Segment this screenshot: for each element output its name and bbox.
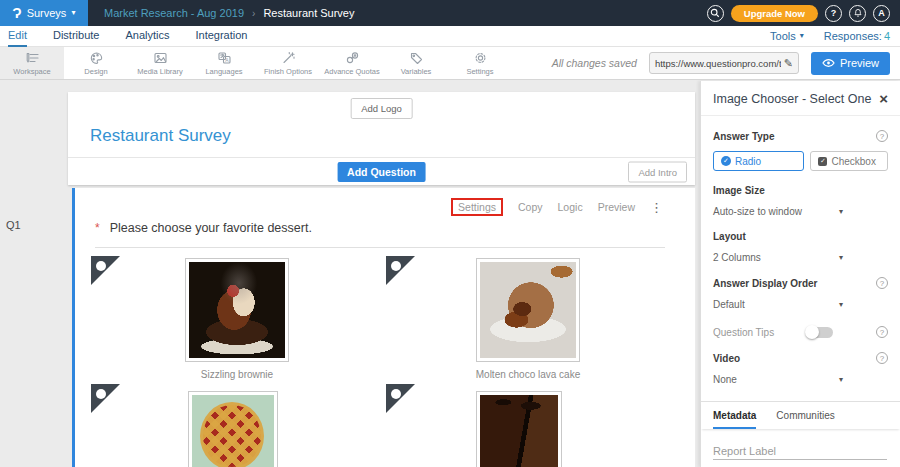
question-settings-action[interactable]: Settings [451, 198, 503, 216]
breadcrumb-current: Restaurant Survey [263, 7, 354, 19]
media-library-icon [153, 51, 168, 65]
radio-selected-icon: ✓ [721, 156, 731, 166]
chevron-down-icon: ▾ [839, 376, 843, 384]
languages-icon: A [217, 51, 232, 65]
survey-url-field[interactable]: ✎ [649, 52, 799, 74]
tab-communities[interactable]: Communities [776, 402, 834, 429]
breadcrumb-folder[interactable]: Market Research - Aug 2019 [104, 7, 244, 19]
account-avatar[interactable]: A [873, 5, 890, 22]
video-select[interactable]: None ▾ [713, 374, 843, 385]
edit-url-pencil-icon[interactable]: ✎ [784, 57, 793, 70]
option-marker-icon[interactable] [386, 256, 415, 285]
svg-text:A: A [225, 56, 229, 62]
product-menu-label: Surveys [27, 7, 67, 19]
tools-menu[interactable]: Tools▾ [770, 30, 804, 42]
option-marker-icon[interactable] [386, 384, 415, 413]
tab-integration[interactable]: Integration [195, 26, 247, 47]
chocolate-cake-photo [480, 395, 558, 467]
question-text-row[interactable]: * Please choose your favorite dessert. [95, 221, 665, 248]
question-preview-action[interactable]: Preview [598, 201, 635, 213]
eye-icon [822, 58, 835, 68]
answer-type-radio-button[interactable]: ✓ Radio [713, 151, 804, 171]
tool-workspace[interactable]: Workspace [0, 47, 64, 79]
sizzling-brownie-photo [189, 262, 285, 358]
chevron-down-icon: ▾ [800, 32, 804, 40]
option-marker-icon[interactable] [91, 384, 120, 413]
layout-select[interactable]: 2 Columns ▾ [713, 252, 843, 263]
save-status: All changes saved [552, 57, 637, 69]
preview-button[interactable]: Preview [811, 52, 890, 75]
tab-analytics[interactable]: Analytics [125, 26, 169, 47]
variables-tag-icon [409, 51, 424, 65]
bell-icon [853, 8, 863, 18]
answer-display-order-label: Answer Display Order [713, 278, 817, 289]
search-button[interactable] [707, 5, 724, 22]
question-text[interactable]: Please choose your favorite dessert. [110, 221, 312, 235]
tool-design[interactable]: Design [64, 47, 128, 79]
option-image-molten-lava-cake[interactable] [476, 258, 580, 362]
option-image-sizzling-brownie[interactable] [185, 258, 289, 362]
option-image-pie[interactable] [188, 391, 278, 467]
breadcrumb: Market Research - Aug 2019 › Restaurant … [104, 7, 354, 19]
add-intro-button[interactable]: Add Intro [628, 161, 687, 182]
settings-gear-icon [473, 51, 488, 65]
product-menu[interactable]: Ɂ Surveys ▾ [0, 0, 88, 26]
kebab-menu-icon[interactable]: ⋮ [650, 200, 663, 215]
option-caption: Molten choco lava cake [456, 369, 600, 380]
checkbox-icon: ✓ [818, 157, 827, 166]
survey-title[interactable]: Restaurant Survey [90, 126, 231, 146]
chevron-down-icon: ▾ [839, 301, 843, 309]
layout-label: Layout [713, 231, 746, 242]
workspace-icon [25, 51, 40, 65]
image-size-label: Image Size [713, 185, 765, 196]
add-question-button[interactable]: Add Question [337, 162, 426, 182]
add-logo-button[interactable]: Add Logo [350, 98, 413, 119]
answer-display-order-select[interactable]: Default ▾ [713, 299, 843, 310]
breadcrumb-separator: › [252, 8, 255, 19]
answer-type-checkbox-button[interactable]: ✓ Checkbox [810, 151, 888, 171]
tool-languages[interactable]: A Languages [192, 47, 256, 79]
lattice-pie-photo [192, 395, 274, 467]
question-action-bar: Settings Copy Logic Preview ⋮ [451, 198, 663, 216]
close-icon[interactable]: × [879, 91, 888, 106]
tool-advance-quotas[interactable]: Advance Quotas [320, 47, 384, 79]
finish-options-wand-icon [281, 51, 296, 65]
help-icon[interactable]: ? [876, 277, 888, 289]
option-image-chocolate-cake[interactable] [476, 391, 562, 467]
section-tab-bar: Edit Distribute Analytics Integration To… [0, 26, 900, 47]
video-label: Video [713, 353, 740, 364]
chevron-down-icon: ▾ [71, 9, 75, 17]
image-size-select[interactable]: Auto-size to window ▾ [713, 206, 843, 217]
molten-lava-cake-photo [480, 262, 576, 358]
tool-variables[interactable]: Variables [384, 47, 448, 79]
tab-metadata[interactable]: Metadata [713, 402, 756, 429]
design-palette-icon [89, 51, 104, 65]
help-button[interactable]: ? [825, 5, 842, 22]
search-icon [710, 8, 720, 18]
help-icon[interactable]: ? [876, 326, 888, 338]
pie-lattice-art [200, 402, 264, 467]
tool-settings[interactable]: Settings [448, 47, 512, 79]
advance-quotas-icon [345, 51, 360, 65]
option-marker-icon[interactable] [91, 256, 120, 285]
editor-toolbar: Workspace Design Media Library A Languag… [0, 47, 900, 80]
responses-count: 4 [884, 30, 890, 42]
help-icon[interactable]: ? [876, 352, 888, 364]
question-tips-toggle[interactable] [807, 327, 833, 338]
survey-header-card: Add Logo Restaurant Survey Add Question … [68, 92, 695, 185]
survey-url-input[interactable] [655, 58, 781, 69]
upgrade-now-button[interactable]: Upgrade Now [731, 5, 818, 22]
chevron-down-icon: ▾ [839, 208, 843, 216]
question-number-label: Q1 [6, 219, 21, 231]
report-label-input[interactable] [713, 443, 887, 460]
help-icon[interactable]: ? [876, 130, 888, 142]
tab-distribute[interactable]: Distribute [53, 26, 99, 47]
responses-link[interactable]: Responses:4 [824, 30, 890, 42]
notifications-button[interactable] [849, 5, 866, 22]
question-copy-action[interactable]: Copy [518, 201, 543, 213]
tool-finish-options[interactable]: Finish Options [256, 47, 320, 79]
tool-media-library[interactable]: Media Library [128, 47, 192, 79]
question-logic-action[interactable]: Logic [558, 201, 583, 213]
chevron-down-icon: ▾ [839, 254, 843, 262]
tab-edit[interactable]: Edit [8, 26, 27, 47]
